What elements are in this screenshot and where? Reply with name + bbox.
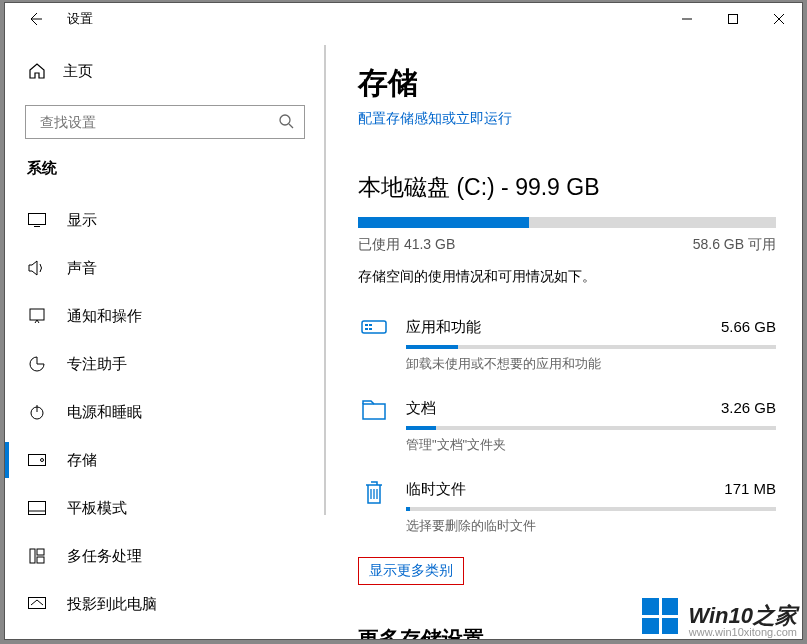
back-button[interactable] — [23, 11, 47, 27]
svg-rect-7 — [29, 502, 46, 515]
home-icon — [27, 61, 47, 81]
nav-display[interactable]: 显示 — [5, 196, 325, 244]
display-icon — [27, 210, 47, 230]
svg-rect-16 — [369, 328, 372, 330]
power-icon — [27, 402, 47, 422]
svg-rect-14 — [369, 324, 372, 326]
search-box[interactable] — [25, 105, 305, 139]
notifications-icon — [27, 306, 47, 326]
storage-sense-link[interactable]: 配置存储感知或立即运行 — [358, 110, 512, 126]
svg-rect-0 — [729, 15, 738, 24]
disk-free-text: 58.6 GB 可用 — [693, 236, 776, 254]
more-storage-title: 更多存储设置 — [358, 625, 776, 639]
svg-rect-3 — [30, 309, 44, 320]
svg-rect-13 — [365, 324, 368, 326]
focus-icon — [27, 354, 47, 374]
home-link[interactable]: 主页 — [5, 51, 325, 91]
svg-rect-11 — [29, 598, 46, 609]
content-pane: 存储 配置存储感知或立即运行 本地磁盘 (C:) - 99.9 GB 已使用 4… — [325, 35, 802, 639]
category-temp[interactable]: 临时文件171 MB 选择要删除的临时文件 — [358, 470, 776, 551]
search-icon — [278, 113, 294, 132]
nav-project[interactable]: 投影到此电脑 — [5, 580, 325, 628]
svg-rect-9 — [37, 549, 44, 555]
window-title: 设置 — [67, 10, 93, 28]
category-bar — [406, 345, 776, 349]
nav-multitask[interactable]: 多任务处理 — [5, 532, 325, 580]
disk-title: 本地磁盘 (C:) - 99.9 GB — [358, 172, 776, 203]
close-button[interactable] — [756, 3, 802, 35]
trash-icon — [358, 480, 390, 535]
group-title: 系统 — [5, 159, 325, 196]
nav-tablet[interactable]: 平板模式 — [5, 484, 325, 532]
nav-storage[interactable]: 存储 — [5, 436, 325, 484]
multitask-icon — [27, 546, 47, 566]
nav-sound[interactable]: 声音 — [5, 244, 325, 292]
page-title: 存储 — [358, 63, 776, 104]
documents-icon — [358, 399, 390, 454]
svg-point-6 — [41, 459, 44, 462]
tablet-icon — [27, 498, 47, 518]
disk-usage-bar — [358, 217, 776, 228]
home-label: 主页 — [63, 62, 93, 81]
nav-focus[interactable]: 专注助手 — [5, 340, 325, 388]
svg-rect-2 — [29, 214, 46, 225]
svg-rect-12 — [362, 321, 386, 333]
category-documents[interactable]: 文档3.26 GB 管理"文档"文件夹 — [358, 389, 776, 470]
sound-icon — [27, 258, 47, 278]
apps-icon — [358, 318, 390, 373]
category-apps[interactable]: 应用和功能5.66 GB 卸载未使用或不想要的应用和功能 — [358, 308, 776, 389]
svg-rect-17 — [363, 404, 385, 419]
storage-icon — [27, 450, 47, 470]
maximize-button[interactable] — [710, 3, 756, 35]
category-bar — [406, 426, 776, 430]
svg-point-1 — [280, 115, 290, 125]
minimize-button[interactable] — [664, 3, 710, 35]
sidebar: 主页 系统 显示 声音 通知和操作 — [5, 35, 325, 639]
search-input[interactable] — [40, 114, 278, 130]
svg-rect-8 — [30, 549, 35, 563]
category-bar — [406, 507, 776, 511]
disk-desc: 存储空间的使用情况和可用情况如下。 — [358, 268, 776, 286]
svg-rect-15 — [365, 328, 368, 330]
show-more-highlight: 显示更多类别 — [358, 557, 464, 585]
disk-used-text: 已使用 41.3 GB — [358, 236, 455, 254]
project-icon — [27, 594, 47, 614]
svg-rect-10 — [37, 557, 44, 563]
nav-notifications[interactable]: 通知和操作 — [5, 292, 325, 340]
nav-power[interactable]: 电源和睡眠 — [5, 388, 325, 436]
show-more-link[interactable]: 显示更多类别 — [369, 562, 453, 578]
svg-rect-5 — [29, 455, 46, 466]
